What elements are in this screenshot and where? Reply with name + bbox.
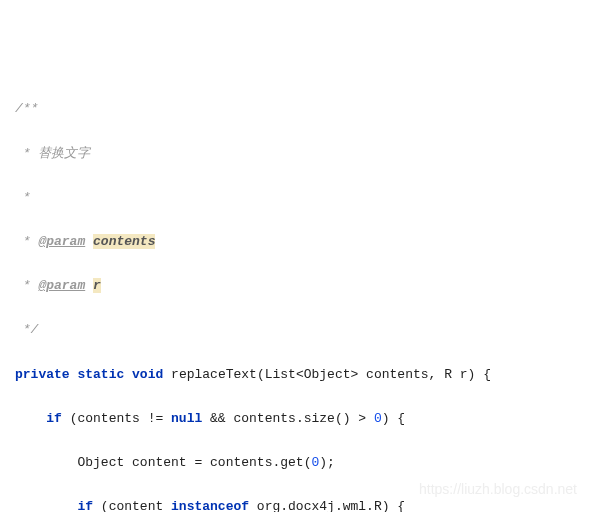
comment-close: */: [15, 319, 582, 341]
if-instanceof-r: if (content instanceof org.docx4j.wml.R)…: [15, 496, 582, 512]
comment-desc: * 替换文字: [15, 143, 582, 165]
var-content: Object content = contents.get(0);: [15, 452, 582, 474]
comment-blank-1: *: [15, 187, 582, 209]
comment-param-1: * @param contents: [15, 231, 582, 253]
comment-param-2: * @param r: [15, 275, 582, 297]
if-contents-null: if (contents != null && contents.size() …: [15, 408, 582, 430]
method-signature: private static void replaceText(List<Obj…: [15, 364, 582, 386]
comment-open: /**: [15, 98, 582, 120]
